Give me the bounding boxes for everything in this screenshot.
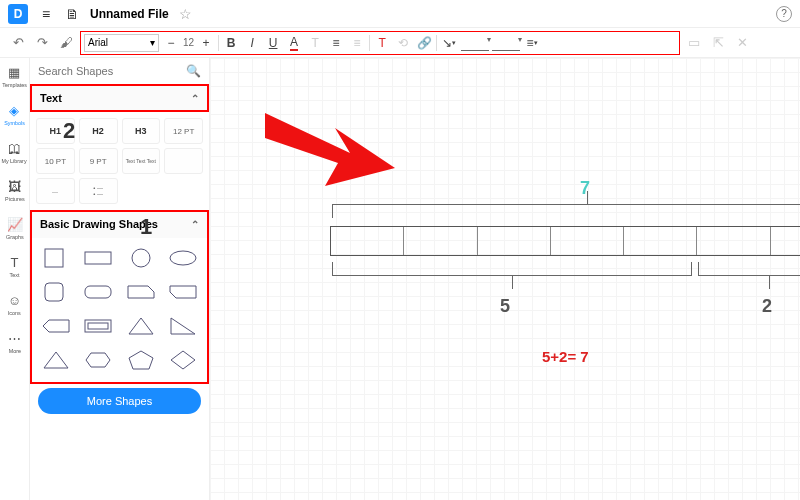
line-height-button[interactable]: ≡ <box>348 34 366 52</box>
more-icon: ⋯ <box>7 330 23 346</box>
line-weight-select[interactable] <box>492 35 520 51</box>
svg-rect-7 <box>88 323 108 329</box>
diagram-right-label: 2 <box>762 296 772 317</box>
text-9pt[interactable]: 9 PT <box>79 148 118 174</box>
layout-icon[interactable]: ▭ <box>684 33 704 53</box>
font-increase[interactable]: + <box>197 34 215 52</box>
file-name: Unnamed File <box>90 7 169 21</box>
text-blank[interactable] <box>164 148 203 174</box>
font-decrease[interactable]: − <box>162 34 180 52</box>
annotation-step-2: 2 <box>63 118 75 144</box>
link-button[interactable]: 🔗 <box>415 34 433 52</box>
search-icon[interactable]: 🔍 <box>186 64 201 78</box>
text-template-1[interactable]: ⋯ <box>36 178 75 204</box>
shape-rounded-rect[interactable] <box>80 278 116 306</box>
line-style-select[interactable] <box>461 35 489 51</box>
diagram-total-label: 7 <box>580 178 590 199</box>
file-icon[interactable]: 🗎 <box>64 6 80 22</box>
symbols-icon: ◈ <box>6 102 22 118</box>
redo-icon[interactable]: ↷ <box>32 33 52 53</box>
bracket-top <box>332 204 800 218</box>
chevron-up-icon: ⌃ <box>191 219 199 230</box>
bold-button[interactable]: B <box>222 34 240 52</box>
annotation-arrow <box>260 98 400 198</box>
shape-square[interactable] <box>38 244 74 272</box>
shape-cut-corner[interactable] <box>123 278 159 306</box>
bar-cell[interactable] <box>551 227 624 255</box>
bracket-bottom-right <box>698 262 800 276</box>
italic-button[interactable]: I <box>243 34 261 52</box>
text-h3[interactable]: H3 <box>122 118 161 144</box>
favorite-icon[interactable]: ☆ <box>179 6 192 22</box>
brush-icon[interactable]: 🖌 <box>56 33 76 53</box>
library-icon: 🕮 <box>6 140 22 156</box>
graphs-icon: 📈 <box>7 216 23 232</box>
bar-row[interactable] <box>330 226 800 256</box>
text-lines[interactable]: Text Text Text <box>122 148 161 174</box>
nav-icons[interactable]: ☺Icons <box>7 292 23 316</box>
shape-rounded-square[interactable] <box>38 278 74 306</box>
menu-icon[interactable]: ≡ <box>38 6 54 22</box>
bar-cell[interactable] <box>331 227 404 255</box>
svg-point-2 <box>132 249 150 267</box>
more-shapes-button[interactable]: More Shapes <box>38 388 201 414</box>
align-button[interactable]: ≡ <box>327 34 345 52</box>
canvas[interactable]: 7 5 2 5+2= 7 <box>210 58 800 500</box>
text-bullet[interactable]: • —• — <box>79 178 118 204</box>
svg-rect-1 <box>85 252 111 264</box>
nav-symbols[interactable]: ◈Symbols <box>3 102 26 126</box>
bar-cell[interactable] <box>771 227 800 255</box>
bar-cell[interactable] <box>478 227 551 255</box>
shape-rectangle[interactable] <box>80 244 116 272</box>
nav-pictures[interactable]: 🖼Pictures <box>4 178 26 202</box>
search-input[interactable] <box>38 65 180 77</box>
app-logo[interactable]: D <box>8 4 28 24</box>
shape-hexagon[interactable] <box>80 346 116 374</box>
format-toolbar: Arial▾ − 12 + B I U A T ≡ ≡ T ⟲ 🔗 ↘▾ ≡▾ <box>80 31 680 55</box>
section-shapes-header[interactable]: Basic Drawing Shapes ⌃ <box>30 210 209 238</box>
shape-pentagon[interactable] <box>123 346 159 374</box>
nav-graphs[interactable]: 📈Graphs <box>5 216 25 240</box>
shape-double-rect[interactable] <box>80 312 116 340</box>
export-icon[interactable]: ⇱ <box>708 33 728 53</box>
bracket-bottom-left <box>332 262 692 276</box>
text-h2[interactable]: H2 <box>79 118 118 144</box>
text-12pt[interactable]: 12 PT <box>164 118 203 144</box>
shape-ellipse[interactable] <box>165 244 201 272</box>
shape-card[interactable] <box>165 278 201 306</box>
shape-circle[interactable] <box>123 244 159 272</box>
nav-mylibrary[interactable]: 🕮My Library <box>0 140 28 164</box>
list-button[interactable]: ≡▾ <box>523 34 541 52</box>
undo-icon[interactable]: ↶ <box>8 33 28 53</box>
svg-rect-0 <box>45 249 63 267</box>
bar-cell[interactable] <box>624 227 697 255</box>
connector-button[interactable]: ↘▾ <box>440 34 458 52</box>
shape-right-triangle[interactable] <box>165 312 201 340</box>
help-icon[interactable]: ? <box>776 6 792 22</box>
underline-button[interactable]: U <box>264 34 282 52</box>
text-style-button[interactable]: T <box>373 34 391 52</box>
svg-rect-4 <box>45 283 63 301</box>
bar-cell[interactable] <box>404 227 477 255</box>
icons-icon: ☺ <box>7 292 23 308</box>
text-color-button[interactable]: A <box>285 34 303 52</box>
shape-triangle-2[interactable] <box>38 346 74 374</box>
nav-templates[interactable]: ▦Templates <box>1 64 28 88</box>
shape-triangle[interactable] <box>123 312 159 340</box>
text-10pt[interactable]: 10 PT <box>36 148 75 174</box>
diagram-equation: 5+2= 7 <box>542 348 589 365</box>
nav-more[interactable]: ⋯More <box>7 330 23 354</box>
rotate-button[interactable]: ⟲ <box>394 34 412 52</box>
shape-tag[interactable] <box>38 312 74 340</box>
svg-rect-5 <box>85 286 111 298</box>
shape-diamond[interactable] <box>165 346 201 374</box>
bar-cell[interactable] <box>697 227 770 255</box>
lock-icon[interactable]: ✕ <box>732 33 752 53</box>
search-shapes: 🔍 <box>30 58 209 84</box>
svg-point-3 <box>170 251 196 265</box>
section-text-header[interactable]: Text ⌃ <box>30 84 209 112</box>
nav-text[interactable]: TText <box>7 254 23 278</box>
text-highlight-button[interactable]: T <box>306 34 324 52</box>
annotation-step-1: 1 <box>140 214 152 240</box>
font-select[interactable]: Arial▾ <box>84 34 159 52</box>
